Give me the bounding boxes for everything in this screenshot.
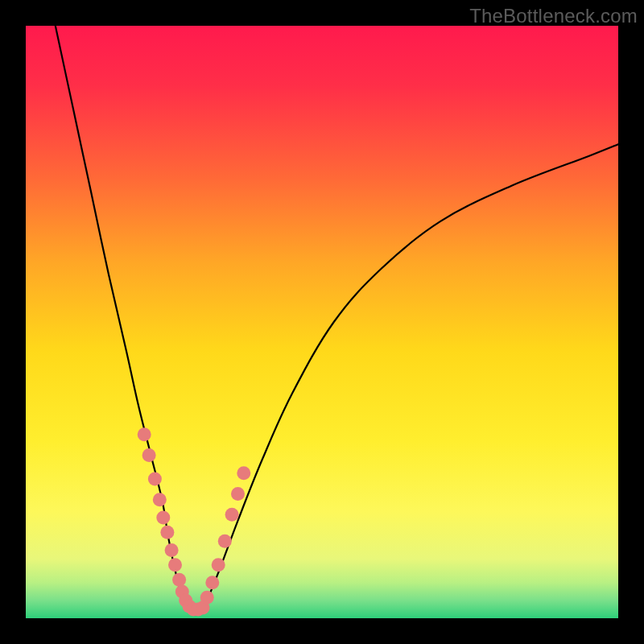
- data-point: [200, 591, 214, 605]
- data-point: [138, 427, 151, 441]
- data-point: [168, 558, 182, 572]
- data-point: [218, 535, 232, 548]
- data-point: [153, 493, 167, 506]
- data-point: [156, 510, 170, 524]
- data-point: [212, 558, 225, 572]
- chart-overlay: [26, 26, 618, 618]
- data-point: [225, 508, 239, 522]
- watermark-text: TheBottleneck.com: [469, 5, 638, 27]
- scatter-dots-right: [200, 466, 251, 605]
- data-point: [142, 448, 156, 462]
- data-point: [172, 573, 186, 587]
- data-point: [231, 487, 245, 501]
- data-point: [160, 526, 174, 539]
- data-point: [165, 543, 179, 557]
- chart-frame: [26, 26, 618, 618]
- scatter-dots-left: [138, 427, 210, 616]
- data-point: [237, 466, 250, 480]
- bottleneck-curve: [56, 26, 618, 613]
- data-point: [205, 576, 219, 589]
- data-point: [148, 473, 162, 486]
